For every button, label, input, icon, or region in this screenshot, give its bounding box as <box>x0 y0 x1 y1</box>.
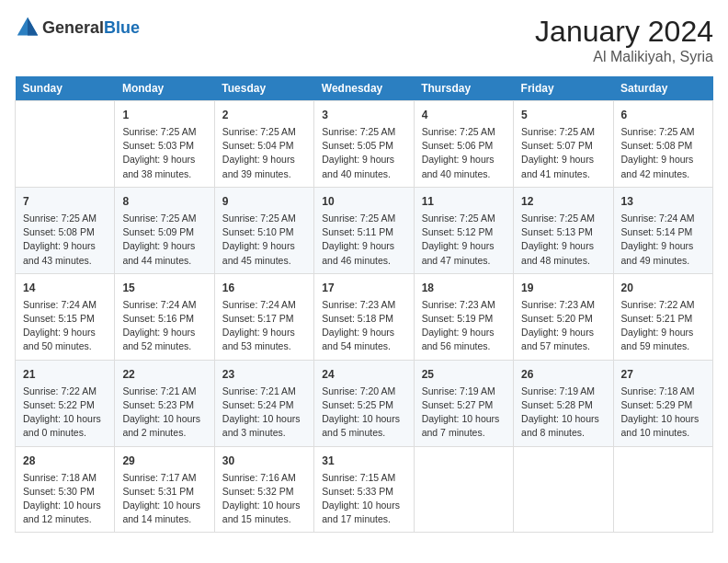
calendar-cell: 19Sunrise: 7:23 AMSunset: 5:20 PMDayligh… <box>514 273 613 360</box>
calendar-week-row: 14Sunrise: 7:24 AMSunset: 5:15 PMDayligh… <box>16 273 713 360</box>
day-number: 29 <box>122 453 206 469</box>
day-number: 3 <box>322 107 405 123</box>
day-info: Sunrise: 7:25 AMSunset: 5:03 PMDaylight:… <box>122 125 206 181</box>
day-info: Sunrise: 7:25 AMSunset: 5:13 PMDaylight:… <box>521 212 605 268</box>
day-number: 6 <box>621 107 705 123</box>
weekday-header-friday: Friday <box>514 76 613 101</box>
day-info: Sunrise: 7:25 AMSunset: 5:04 PMDaylight:… <box>222 125 306 181</box>
day-number: 10 <box>322 193 405 210</box>
calendar-cell: 3Sunrise: 7:25 AMSunset: 5:05 PMDaylight… <box>314 101 414 188</box>
calendar-cell: 28Sunrise: 7:18 AMSunset: 5:30 PMDayligh… <box>16 446 115 533</box>
day-info: Sunrise: 7:23 AMSunset: 5:20 PMDaylight:… <box>521 298 605 354</box>
day-number: 30 <box>222 453 306 469</box>
day-number: 16 <box>222 280 306 296</box>
day-number: 22 <box>122 366 206 383</box>
day-number: 19 <box>521 280 605 296</box>
day-info: Sunrise: 7:25 AMSunset: 5:11 PMDaylight:… <box>322 212 405 268</box>
day-number: 27 <box>621 366 705 383</box>
calendar-cell: 20Sunrise: 7:22 AMSunset: 5:21 PMDayligh… <box>613 273 712 360</box>
day-number: 7 <box>23 193 107 210</box>
weekday-header-saturday: Saturday <box>613 76 712 101</box>
day-number: 21 <box>23 366 107 383</box>
day-info: Sunrise: 7:24 AMSunset: 5:16 PMDaylight:… <box>122 298 206 354</box>
day-number: 26 <box>521 366 605 383</box>
calendar-week-row: 28Sunrise: 7:18 AMSunset: 5:30 PMDayligh… <box>16 446 713 533</box>
weekday-header-thursday: Thursday <box>414 76 513 101</box>
day-info: Sunrise: 7:24 AMSunset: 5:17 PMDaylight:… <box>222 298 306 354</box>
calendar-cell: 21Sunrise: 7:22 AMSunset: 5:22 PMDayligh… <box>16 360 115 446</box>
day-info: Sunrise: 7:21 AMSunset: 5:24 PMDaylight:… <box>222 385 306 441</box>
calendar-cell: 26Sunrise: 7:19 AMSunset: 5:28 PMDayligh… <box>514 360 613 446</box>
day-info: Sunrise: 7:19 AMSunset: 5:27 PMDaylight:… <box>422 385 506 441</box>
day-info: Sunrise: 7:23 AMSunset: 5:18 PMDaylight:… <box>322 298 405 354</box>
calendar-cell: 14Sunrise: 7:24 AMSunset: 5:15 PMDayligh… <box>16 273 115 360</box>
logo: GeneralBlue <box>15 15 140 40</box>
page-title: January 2024 <box>535 15 713 49</box>
weekday-header-row: SundayMondayTuesdayWednesdayThursdayFrid… <box>16 76 713 101</box>
day-number: 14 <box>23 280 107 296</box>
day-number: 23 <box>222 366 306 383</box>
calendar-cell: 1Sunrise: 7:25 AMSunset: 5:03 PMDaylight… <box>115 101 214 188</box>
day-info: Sunrise: 7:17 AMSunset: 5:31 PMDaylight:… <box>122 471 206 527</box>
weekday-header-sunday: Sunday <box>16 76 115 101</box>
day-info: Sunrise: 7:21 AMSunset: 5:23 PMDaylight:… <box>122 385 206 441</box>
calendar-cell: 17Sunrise: 7:23 AMSunset: 5:18 PMDayligh… <box>314 273 414 360</box>
calendar-cell: 6Sunrise: 7:25 AMSunset: 5:08 PMDaylight… <box>613 101 712 188</box>
day-info: Sunrise: 7:25 AMSunset: 5:08 PMDaylight:… <box>23 212 107 268</box>
calendar-cell: 4Sunrise: 7:25 AMSunset: 5:06 PMDaylight… <box>414 101 513 188</box>
day-number: 11 <box>422 193 506 210</box>
calendar-cell: 31Sunrise: 7:15 AMSunset: 5:33 PMDayligh… <box>314 446 414 533</box>
day-number: 5 <box>521 107 605 123</box>
calendar-cell: 7Sunrise: 7:25 AMSunset: 5:08 PMDaylight… <box>16 187 115 273</box>
page-header: GeneralBlue January 2024 Al Malikiyah, S… <box>15 15 713 65</box>
calendar-cell: 5Sunrise: 7:25 AMSunset: 5:07 PMDaylight… <box>514 101 613 188</box>
day-info: Sunrise: 7:18 AMSunset: 5:29 PMDaylight:… <box>621 385 705 441</box>
day-info: Sunrise: 7:20 AMSunset: 5:25 PMDaylight:… <box>322 385 405 441</box>
day-number: 24 <box>322 366 405 383</box>
day-info: Sunrise: 7:19 AMSunset: 5:28 PMDaylight:… <box>521 385 605 441</box>
calendar-cell: 23Sunrise: 7:21 AMSunset: 5:24 PMDayligh… <box>214 360 313 446</box>
calendar-table: SundayMondayTuesdayWednesdayThursdayFrid… <box>15 76 713 533</box>
weekday-header-tuesday: Tuesday <box>214 76 313 101</box>
calendar-cell <box>514 446 613 533</box>
day-info: Sunrise: 7:25 AMSunset: 5:10 PMDaylight:… <box>222 212 306 268</box>
calendar-cell: 10Sunrise: 7:25 AMSunset: 5:11 PMDayligh… <box>314 187 414 273</box>
day-number: 9 <box>222 193 306 210</box>
day-number: 18 <box>422 280 506 296</box>
day-number: 12 <box>521 193 605 210</box>
logo-general: General <box>42 18 104 37</box>
day-info: Sunrise: 7:22 AMSunset: 5:21 PMDaylight:… <box>621 298 705 354</box>
day-number: 25 <box>422 366 506 383</box>
calendar-week-row: 7Sunrise: 7:25 AMSunset: 5:08 PMDaylight… <box>16 187 713 273</box>
title-block: January 2024 Al Malikiyah, Syria <box>535 15 713 65</box>
day-info: Sunrise: 7:25 AMSunset: 5:12 PMDaylight:… <box>422 212 506 268</box>
calendar-week-row: 21Sunrise: 7:22 AMSunset: 5:22 PMDayligh… <box>16 360 713 446</box>
calendar-cell: 9Sunrise: 7:25 AMSunset: 5:10 PMDaylight… <box>214 187 313 273</box>
calendar-cell: 8Sunrise: 7:25 AMSunset: 5:09 PMDaylight… <box>115 187 214 273</box>
day-number: 17 <box>322 280 405 296</box>
day-info: Sunrise: 7:18 AMSunset: 5:30 PMDaylight:… <box>23 471 107 527</box>
day-info: Sunrise: 7:23 AMSunset: 5:19 PMDaylight:… <box>422 298 506 354</box>
day-info: Sunrise: 7:25 AMSunset: 5:08 PMDaylight:… <box>621 125 705 181</box>
day-info: Sunrise: 7:25 AMSunset: 5:09 PMDaylight:… <box>122 212 206 268</box>
calendar-cell: 30Sunrise: 7:16 AMSunset: 5:32 PMDayligh… <box>214 446 313 533</box>
calendar-cell: 29Sunrise: 7:17 AMSunset: 5:31 PMDayligh… <box>115 446 214 533</box>
day-number: 1 <box>122 107 206 123</box>
calendar-cell <box>16 101 115 188</box>
logo-wordmark: GeneralBlue <box>42 18 140 38</box>
calendar-cell: 11Sunrise: 7:25 AMSunset: 5:12 PMDayligh… <box>414 187 513 273</box>
day-info: Sunrise: 7:16 AMSunset: 5:32 PMDaylight:… <box>222 471 306 527</box>
day-number: 20 <box>621 280 705 296</box>
calendar-cell: 18Sunrise: 7:23 AMSunset: 5:19 PMDayligh… <box>414 273 513 360</box>
day-info: Sunrise: 7:25 AMSunset: 5:06 PMDaylight:… <box>422 125 506 181</box>
logo-icon <box>15 15 40 40</box>
day-number: 8 <box>122 193 206 210</box>
calendar-cell: 13Sunrise: 7:24 AMSunset: 5:14 PMDayligh… <box>613 187 712 273</box>
weekday-header-monday: Monday <box>115 76 214 101</box>
day-number: 15 <box>122 280 206 296</box>
calendar-week-row: 1Sunrise: 7:25 AMSunset: 5:03 PMDaylight… <box>16 101 713 188</box>
logo-blue: Blue <box>104 18 140 37</box>
svg-marker-1 <box>28 17 38 36</box>
calendar-cell <box>613 446 712 533</box>
calendar-cell: 2Sunrise: 7:25 AMSunset: 5:04 PMDaylight… <box>214 101 313 188</box>
